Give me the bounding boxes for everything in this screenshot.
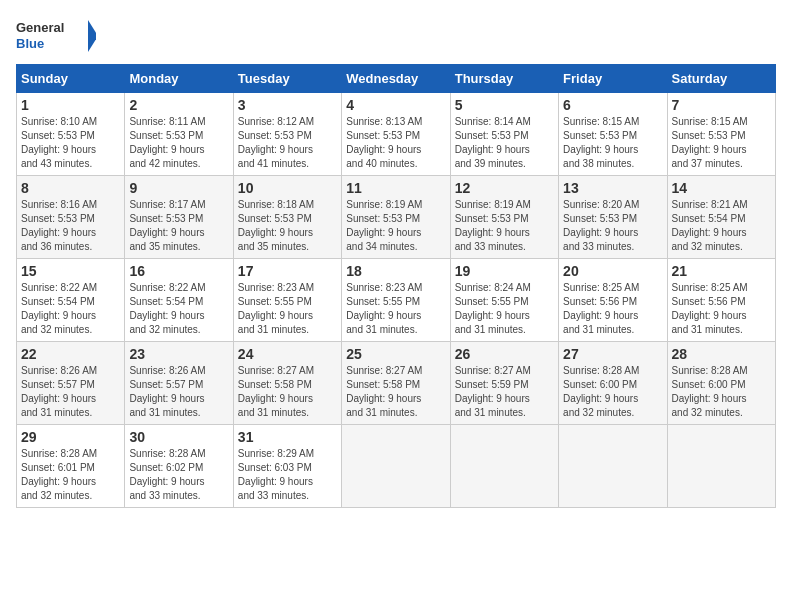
day-number: 30 bbox=[129, 429, 228, 445]
day-info: Sunrise: 8:28 AM Sunset: 6:00 PM Dayligh… bbox=[672, 364, 771, 420]
day-info: Sunrise: 8:26 AM Sunset: 5:57 PM Dayligh… bbox=[129, 364, 228, 420]
day-number: 26 bbox=[455, 346, 554, 362]
calendar-cell: 30Sunrise: 8:28 AM Sunset: 6:02 PM Dayli… bbox=[125, 425, 233, 508]
day-number: 29 bbox=[21, 429, 120, 445]
day-info: Sunrise: 8:25 AM Sunset: 5:56 PM Dayligh… bbox=[563, 281, 662, 337]
calendar-cell: 12Sunrise: 8:19 AM Sunset: 5:53 PM Dayli… bbox=[450, 176, 558, 259]
calendar-cell: 25Sunrise: 8:27 AM Sunset: 5:58 PM Dayli… bbox=[342, 342, 450, 425]
calendar-cell: 29Sunrise: 8:28 AM Sunset: 6:01 PM Dayli… bbox=[17, 425, 125, 508]
day-number: 7 bbox=[672, 97, 771, 113]
day-info: Sunrise: 8:28 AM Sunset: 6:01 PM Dayligh… bbox=[21, 447, 120, 503]
day-number: 9 bbox=[129, 180, 228, 196]
day-info: Sunrise: 8:28 AM Sunset: 6:00 PM Dayligh… bbox=[563, 364, 662, 420]
day-number: 19 bbox=[455, 263, 554, 279]
day-info: Sunrise: 8:22 AM Sunset: 5:54 PM Dayligh… bbox=[21, 281, 120, 337]
calendar-cell bbox=[342, 425, 450, 508]
column-header-wednesday: Wednesday bbox=[342, 65, 450, 93]
day-number: 17 bbox=[238, 263, 337, 279]
day-number: 28 bbox=[672, 346, 771, 362]
day-number: 27 bbox=[563, 346, 662, 362]
calendar-cell: 23Sunrise: 8:26 AM Sunset: 5:57 PM Dayli… bbox=[125, 342, 233, 425]
column-header-tuesday: Tuesday bbox=[233, 65, 341, 93]
day-info: Sunrise: 8:22 AM Sunset: 5:54 PM Dayligh… bbox=[129, 281, 228, 337]
calendar-cell bbox=[559, 425, 667, 508]
day-number: 12 bbox=[455, 180, 554, 196]
day-number: 3 bbox=[238, 97, 337, 113]
logo: General Blue bbox=[16, 16, 96, 56]
day-info: Sunrise: 8:15 AM Sunset: 5:53 PM Dayligh… bbox=[672, 115, 771, 171]
day-number: 11 bbox=[346, 180, 445, 196]
day-info: Sunrise: 8:11 AM Sunset: 5:53 PM Dayligh… bbox=[129, 115, 228, 171]
day-number: 20 bbox=[563, 263, 662, 279]
day-number: 8 bbox=[21, 180, 120, 196]
calendar-cell: 24Sunrise: 8:27 AM Sunset: 5:58 PM Dayli… bbox=[233, 342, 341, 425]
calendar-cell: 21Sunrise: 8:25 AM Sunset: 5:56 PM Dayli… bbox=[667, 259, 775, 342]
day-info: Sunrise: 8:27 AM Sunset: 5:58 PM Dayligh… bbox=[346, 364, 445, 420]
day-number: 21 bbox=[672, 263, 771, 279]
calendar-cell bbox=[450, 425, 558, 508]
calendar-cell: 26Sunrise: 8:27 AM Sunset: 5:59 PM Dayli… bbox=[450, 342, 558, 425]
calendar-cell: 15Sunrise: 8:22 AM Sunset: 5:54 PM Dayli… bbox=[17, 259, 125, 342]
calendar-week-2: 8Sunrise: 8:16 AM Sunset: 5:53 PM Daylig… bbox=[17, 176, 776, 259]
calendar-cell: 11Sunrise: 8:19 AM Sunset: 5:53 PM Dayli… bbox=[342, 176, 450, 259]
calendar-cell: 4Sunrise: 8:13 AM Sunset: 5:53 PM Daylig… bbox=[342, 93, 450, 176]
day-number: 2 bbox=[129, 97, 228, 113]
day-info: Sunrise: 8:28 AM Sunset: 6:02 PM Dayligh… bbox=[129, 447, 228, 503]
calendar-header-row: SundayMondayTuesdayWednesdayThursdayFrid… bbox=[17, 65, 776, 93]
day-number: 14 bbox=[672, 180, 771, 196]
calendar-cell: 3Sunrise: 8:12 AM Sunset: 5:53 PM Daylig… bbox=[233, 93, 341, 176]
calendar-cell: 18Sunrise: 8:23 AM Sunset: 5:55 PM Dayli… bbox=[342, 259, 450, 342]
day-info: Sunrise: 8:10 AM Sunset: 5:53 PM Dayligh… bbox=[21, 115, 120, 171]
day-number: 24 bbox=[238, 346, 337, 362]
day-info: Sunrise: 8:23 AM Sunset: 5:55 PM Dayligh… bbox=[346, 281, 445, 337]
calendar-cell bbox=[667, 425, 775, 508]
day-number: 16 bbox=[129, 263, 228, 279]
day-info: Sunrise: 8:20 AM Sunset: 5:53 PM Dayligh… bbox=[563, 198, 662, 254]
day-info: Sunrise: 8:13 AM Sunset: 5:53 PM Dayligh… bbox=[346, 115, 445, 171]
calendar-cell: 9Sunrise: 8:17 AM Sunset: 5:53 PM Daylig… bbox=[125, 176, 233, 259]
day-number: 23 bbox=[129, 346, 228, 362]
calendar-week-3: 15Sunrise: 8:22 AM Sunset: 5:54 PM Dayli… bbox=[17, 259, 776, 342]
day-info: Sunrise: 8:21 AM Sunset: 5:54 PM Dayligh… bbox=[672, 198, 771, 254]
calendar-cell: 14Sunrise: 8:21 AM Sunset: 5:54 PM Dayli… bbox=[667, 176, 775, 259]
calendar-cell: 27Sunrise: 8:28 AM Sunset: 6:00 PM Dayli… bbox=[559, 342, 667, 425]
day-number: 5 bbox=[455, 97, 554, 113]
column-header-saturday: Saturday bbox=[667, 65, 775, 93]
day-info: Sunrise: 8:19 AM Sunset: 5:53 PM Dayligh… bbox=[455, 198, 554, 254]
column-header-friday: Friday bbox=[559, 65, 667, 93]
calendar-cell: 8Sunrise: 8:16 AM Sunset: 5:53 PM Daylig… bbox=[17, 176, 125, 259]
svg-marker-2 bbox=[88, 20, 96, 52]
calendar-cell: 2Sunrise: 8:11 AM Sunset: 5:53 PM Daylig… bbox=[125, 93, 233, 176]
calendar-cell: 28Sunrise: 8:28 AM Sunset: 6:00 PM Dayli… bbox=[667, 342, 775, 425]
day-info: Sunrise: 8:16 AM Sunset: 5:53 PM Dayligh… bbox=[21, 198, 120, 254]
page-header: General Blue bbox=[16, 16, 776, 56]
day-info: Sunrise: 8:17 AM Sunset: 5:53 PM Dayligh… bbox=[129, 198, 228, 254]
calendar-table: SundayMondayTuesdayWednesdayThursdayFrid… bbox=[16, 64, 776, 508]
calendar-week-4: 22Sunrise: 8:26 AM Sunset: 5:57 PM Dayli… bbox=[17, 342, 776, 425]
calendar-cell: 10Sunrise: 8:18 AM Sunset: 5:53 PM Dayli… bbox=[233, 176, 341, 259]
day-number: 25 bbox=[346, 346, 445, 362]
calendar-cell: 7Sunrise: 8:15 AM Sunset: 5:53 PM Daylig… bbox=[667, 93, 775, 176]
day-info: Sunrise: 8:29 AM Sunset: 6:03 PM Dayligh… bbox=[238, 447, 337, 503]
day-number: 13 bbox=[563, 180, 662, 196]
day-number: 22 bbox=[21, 346, 120, 362]
calendar-cell: 17Sunrise: 8:23 AM Sunset: 5:55 PM Dayli… bbox=[233, 259, 341, 342]
day-info: Sunrise: 8:12 AM Sunset: 5:53 PM Dayligh… bbox=[238, 115, 337, 171]
day-number: 18 bbox=[346, 263, 445, 279]
day-info: Sunrise: 8:24 AM Sunset: 5:55 PM Dayligh… bbox=[455, 281, 554, 337]
calendar-cell: 20Sunrise: 8:25 AM Sunset: 5:56 PM Dayli… bbox=[559, 259, 667, 342]
calendar-cell: 1Sunrise: 8:10 AM Sunset: 5:53 PM Daylig… bbox=[17, 93, 125, 176]
calendar-cell: 5Sunrise: 8:14 AM Sunset: 5:53 PM Daylig… bbox=[450, 93, 558, 176]
calendar-cell: 31Sunrise: 8:29 AM Sunset: 6:03 PM Dayli… bbox=[233, 425, 341, 508]
day-info: Sunrise: 8:15 AM Sunset: 5:53 PM Dayligh… bbox=[563, 115, 662, 171]
day-info: Sunrise: 8:19 AM Sunset: 5:53 PM Dayligh… bbox=[346, 198, 445, 254]
day-number: 4 bbox=[346, 97, 445, 113]
day-info: Sunrise: 8:18 AM Sunset: 5:53 PM Dayligh… bbox=[238, 198, 337, 254]
day-info: Sunrise: 8:23 AM Sunset: 5:55 PM Dayligh… bbox=[238, 281, 337, 337]
calendar-cell: 22Sunrise: 8:26 AM Sunset: 5:57 PM Dayli… bbox=[17, 342, 125, 425]
column-header-sunday: Sunday bbox=[17, 65, 125, 93]
column-header-thursday: Thursday bbox=[450, 65, 558, 93]
calendar-week-5: 29Sunrise: 8:28 AM Sunset: 6:01 PM Dayli… bbox=[17, 425, 776, 508]
svg-text:Blue: Blue bbox=[16, 36, 44, 51]
day-number: 1 bbox=[21, 97, 120, 113]
